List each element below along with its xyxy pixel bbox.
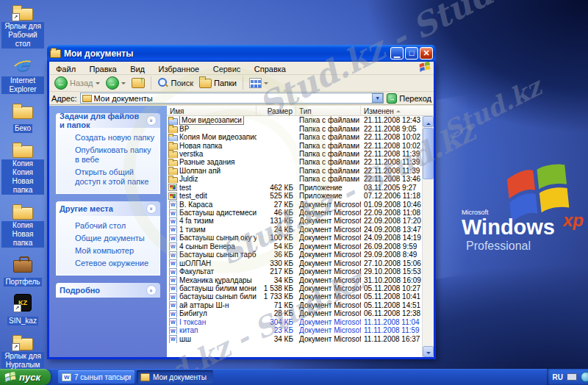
start-button[interactable]: пуск: [0, 369, 51, 385]
desktop-icon-image: [12, 145, 33, 158]
views-button[interactable]: [247, 78, 270, 88]
place-link[interactable]: Общие документы: [59, 232, 157, 245]
menu-item[interactable]: Избранное: [153, 64, 204, 74]
table-row[interactable]: Новая папка Папка с файлами 22.11.2008 1…: [167, 141, 422, 149]
file-type: Папка с файлами: [296, 142, 361, 150]
table-row[interactable]: verstka Папка с файлами 22.11.2008 11:39: [167, 150, 422, 158]
task-pane: Задачи для файлов и папок « Создать нову…: [49, 106, 167, 357]
forward-dropdown-icon[interactable]: [121, 82, 126, 87]
place-link-icon: [62, 234, 72, 242]
scroll-down-button[interactable]: [423, 346, 434, 357]
panel-title: Другие места: [60, 204, 113, 213]
table-row[interactable]: Разные задания Папка с файлами 22.11.200…: [167, 158, 422, 166]
desktop-icon[interactable]: Копия Копия Новая папка: [1, 140, 44, 195]
desktop-icon[interactable]: Беко: [1, 101, 44, 134]
collapse-chevron-icon[interactable]: «: [146, 115, 157, 126]
task-link[interactable]: Создать новую папку: [59, 132, 157, 144]
address-folder-icon: [82, 95, 92, 102]
panel-other-places-header[interactable]: Другие места «: [56, 201, 160, 216]
table-row[interactable]: шОЛПАН 330 КБ Документ Microsof... 27.10…: [167, 259, 422, 267]
table-row[interactable]: BP Папка с файлами 22.11.2008 9:05: [167, 124, 422, 132]
menu-item[interactable]: Вид: [125, 64, 150, 74]
table-row[interactable]: Факультат 217 КБ Документ Microsof... 29…: [167, 267, 422, 276]
table-row[interactable]: бастауыш сынып билим мон... 1 733 КБ Док…: [167, 292, 422, 301]
task-link[interactable]: Опубликовать папку в вебе: [59, 144, 157, 166]
maximize-button[interactable]: □: [405, 47, 418, 60]
desktop-icon[interactable]: SIN_kaz: [1, 294, 44, 326]
desktop-icon[interactable]: Internet Explorer: [1, 56, 44, 95]
column-header-modified[interactable]: Изменен: [361, 106, 434, 115]
views-dropdown-icon[interactable]: [264, 82, 268, 87]
place-link[interactable]: Мой компьютер: [59, 245, 157, 257]
keyboard-tray-icon[interactable]: [567, 373, 577, 381]
column-header-size[interactable]: Размер: [257, 106, 296, 115]
scroll-up-button[interactable]: [423, 116, 434, 127]
file-name: Факультат: [179, 267, 214, 276]
desktop-icon[interactable]: Копия Новая папка: [1, 202, 44, 248]
table-row[interactable]: шш 34 КБ Документ Microsof... 11.11.2008…: [167, 334, 422, 342]
title-bar[interactable]: Мои документы ▁ □ ✕: [47, 45, 436, 62]
taskbar-button[interactable]: 7 сынып тапсырма - ...: [58, 370, 135, 384]
back-button[interactable]: ← Назад: [52, 76, 102, 90]
window-folder-icon: [50, 49, 61, 58]
close-button[interactable]: ✕: [420, 47, 433, 60]
desktop-icon[interactable]: Ярлык для Рабочий стол: [1, 3, 44, 49]
address-dropdown-button[interactable]: ▼: [372, 93, 383, 103]
file-name: 1 тизим: [179, 226, 206, 234]
table-row[interactable]: test 462 КБ Приложение 03.11.2005 9:27: [167, 184, 422, 192]
panel-details-header[interactable]: Подробно «: [56, 283, 160, 298]
column-header-name[interactable]: Имя: [167, 106, 257, 115]
vertical-scrollbar[interactable]: [422, 116, 434, 357]
file-modified: 22.11.2008 13:46: [361, 175, 422, 183]
table-row[interactable]: Бастауыш сынып тарбие ке... 36 КБ Докуме…: [167, 251, 422, 259]
taskbar-button[interactable]: Мои документы: [137, 370, 213, 384]
table-row[interactable]: test_edit 525 КБ Приложение 07.12.2006 1…: [167, 192, 422, 200]
table-row[interactable]: 1 тизим 24 КБ Документ Microsof... 24.09…: [167, 226, 422, 234]
file-name: Копия Мои видеозаписи: [179, 133, 257, 141]
table-row[interactable]: Juldiz Папка с файлами 22.11.2008 13:46: [167, 175, 422, 183]
table-row[interactable]: Бибигул 28 КБ Документ Microsof... 06.11…: [167, 309, 422, 317]
table-row[interactable]: Копия Мои видеозаписи Папка с файлами 22…: [167, 133, 422, 141]
minimize-button[interactable]: ▁: [390, 47, 404, 60]
table-row[interactable]: Механика құралдары 34 КБ Документ Micros…: [167, 276, 422, 284]
desktop-icon[interactable]: Портфель: [1, 255, 44, 287]
file-type: Папка с файлами: [296, 175, 361, 183]
column-header-type[interactable]: Тип: [296, 106, 361, 115]
address-combo[interactable]: Мои документы ▼: [80, 93, 384, 104]
up-button[interactable]: [129, 78, 147, 88]
language-indicator[interactable]: RU: [553, 373, 563, 381]
table-row[interactable]: Шолпан апй Папка с файлами 22.11.2008 11…: [167, 167, 422, 175]
table-row[interactable]: Бастауыш адистемеси 46 КБ Документ Micro…: [167, 209, 422, 217]
file-name-cell: BP: [167, 125, 257, 133]
collapse-chevron-icon[interactable]: «: [146, 204, 157, 214]
place-link[interactable]: Рабочий стол: [59, 220, 157, 232]
file-name-cell: Мои видеозаписи: [167, 116, 257, 125]
menu-item[interactable]: Файл: [51, 64, 81, 74]
folders-button[interactable]: Папки: [197, 79, 239, 88]
table-row[interactable]: бастауыш билим мониторин... 1 538 КБ Док…: [167, 284, 422, 292]
table-row[interactable]: 4 fa тизим 131 КБ Документ Microsof... 2…: [167, 217, 422, 225]
table-row[interactable]: Мои видеозаписи Папка с файлами 21.11.20…: [167, 116, 422, 124]
task-link[interactable]: Открыть общий доступ к этой папке: [59, 166, 157, 188]
file-name: 4 сынып Венера: [179, 242, 235, 251]
desktop-icon-label: Копия Копия Новая папка: [1, 159, 44, 195]
menu-item[interactable]: Справка: [249, 64, 291, 74]
go-button[interactable]: → Переход: [387, 93, 431, 104]
panel-file-tasks-header[interactable]: Задачи для файлов и папок «: [56, 113, 160, 128]
table-row[interactable]: 4 сынып Венера 54 КБ Документ Microsof..…: [167, 242, 422, 251]
tray-round-icon[interactable]: [581, 372, 588, 382]
forward-button[interactable]: →: [104, 76, 128, 90]
table-row[interactable]: ай аттары Ш-н 71 КБ Документ Microsof...…: [167, 301, 422, 309]
table-row[interactable]: Бастауыш сынып оку урдиси 100 КБ Докумен…: [167, 234, 422, 242]
menu-item[interactable]: Правка: [85, 64, 122, 74]
desktop-icon[interactable]: Ярлык для Нургалым: [1, 333, 44, 370]
expand-chevron-icon[interactable]: «: [146, 285, 157, 295]
scroll-thumb[interactable]: [423, 128, 434, 179]
table-row[interactable]: I токсан 304 КБ Документ Microsof... 11.…: [167, 318, 422, 326]
menu-item[interactable]: Сервис: [208, 64, 246, 74]
search-button[interactable]: Поиск: [155, 77, 196, 89]
back-dropdown-icon[interactable]: [96, 82, 100, 87]
place-link[interactable]: Сетевое окружение: [59, 257, 157, 270]
table-row[interactable]: В. Караса 27 КБ Документ Microsof... 01.…: [167, 200, 422, 208]
table-row[interactable]: китап 23 КБ Документ Microsof... 11.11.2…: [167, 326, 422, 334]
